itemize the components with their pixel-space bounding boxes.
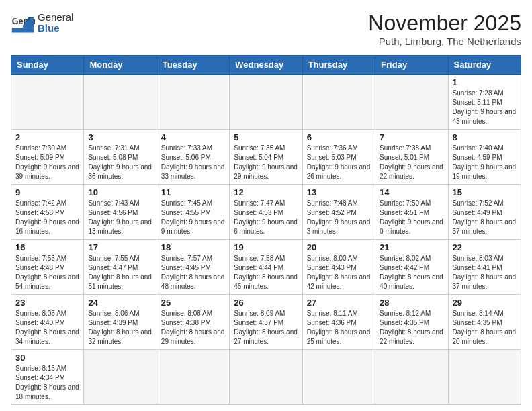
day-info: Sunrise: 8:12 AM Sunset: 4:35 PM Dayligh…: [380, 309, 443, 347]
day-number: 14: [380, 187, 443, 197]
week-row-5: 23Sunrise: 8:05 AM Sunset: 4:40 PM Dayli…: [11, 295, 521, 350]
day-info: Sunrise: 7:43 AM Sunset: 4:56 PM Dayligh…: [88, 199, 152, 236]
calendar-cell: 20Sunrise: 8:00 AM Sunset: 4:43 PM Dayli…: [302, 240, 375, 295]
day-info: Sunrise: 7:36 AM Sunset: 5:03 PM Dayligh…: [307, 144, 371, 181]
calendar-cell: 9Sunrise: 7:42 AM Sunset: 4:58 PM Daylig…: [11, 185, 84, 240]
title-block: November 2025 Puth, Limburg, The Netherl…: [368, 11, 521, 47]
day-number: 30: [15, 353, 79, 363]
week-row-1: 1Sunrise: 7:28 AM Sunset: 5:11 PM Daylig…: [11, 75, 521, 130]
calendar-cell: 2Sunrise: 7:30 AM Sunset: 5:09 PM Daylig…: [11, 130, 84, 185]
column-header-wednesday: Wednesday: [230, 56, 302, 75]
calendar-cell: [157, 350, 229, 405]
day-number: 19: [234, 242, 298, 253]
day-number: 3: [88, 132, 152, 142]
day-info: Sunrise: 7:45 AM Sunset: 4:55 PM Dayligh…: [161, 199, 225, 236]
day-number: 7: [380, 132, 443, 142]
day-number: 11: [161, 187, 225, 197]
day-number: 27: [307, 298, 371, 308]
calendar-cell: 7Sunrise: 7:38 AM Sunset: 5:01 PM Daylig…: [375, 130, 448, 185]
day-info: Sunrise: 7:40 AM Sunset: 4:59 PM Dayligh…: [453, 144, 517, 181]
calendar-cell: [84, 75, 157, 130]
day-number: 17: [88, 242, 152, 253]
column-header-friday: Friday: [375, 56, 448, 75]
day-number: 6: [307, 132, 371, 142]
calendar-cell: 16Sunrise: 7:53 AM Sunset: 4:48 PM Dayli…: [11, 240, 84, 295]
week-row-4: 16Sunrise: 7:53 AM Sunset: 4:48 PM Dayli…: [11, 240, 521, 295]
calendar-cell: 29Sunrise: 8:14 AM Sunset: 4:35 PM Dayli…: [448, 295, 521, 350]
calendar-cell: 11Sunrise: 7:45 AM Sunset: 4:55 PM Dayli…: [157, 185, 229, 240]
day-info: Sunrise: 8:03 AM Sunset: 4:41 PM Dayligh…: [453, 254, 517, 291]
calendar-cell: 5Sunrise: 7:35 AM Sunset: 5:04 PM Daylig…: [230, 130, 302, 185]
day-info: Sunrise: 7:52 AM Sunset: 4:49 PM Dayligh…: [453, 199, 517, 236]
day-info: Sunrise: 8:15 AM Sunset: 4:34 PM Dayligh…: [15, 364, 79, 402]
logo-blue-text: Blue: [38, 23, 73, 34]
calendar-cell: 24Sunrise: 8:06 AM Sunset: 4:39 PM Dayli…: [84, 295, 157, 350]
day-info: Sunrise: 7:33 AM Sunset: 5:06 PM Dayligh…: [161, 144, 225, 181]
calendar-cell: 21Sunrise: 8:02 AM Sunset: 4:42 PM Dayli…: [375, 240, 448, 295]
day-info: Sunrise: 7:31 AM Sunset: 5:08 PM Dayligh…: [88, 144, 152, 181]
svg-marker-1: [12, 28, 34, 32]
day-info: Sunrise: 7:48 AM Sunset: 4:52 PM Dayligh…: [307, 199, 371, 236]
week-row-3: 9Sunrise: 7:42 AM Sunset: 4:58 PM Daylig…: [11, 185, 521, 240]
day-info: Sunrise: 8:02 AM Sunset: 4:42 PM Dayligh…: [380, 254, 443, 291]
day-info: Sunrise: 7:57 AM Sunset: 4:45 PM Dayligh…: [161, 254, 225, 291]
day-info: Sunrise: 8:05 AM Sunset: 4:40 PM Dayligh…: [15, 309, 79, 347]
calendar-cell: 17Sunrise: 7:55 AM Sunset: 4:47 PM Dayli…: [84, 240, 157, 295]
column-header-sunday: Sunday: [11, 56, 84, 75]
day-info: Sunrise: 7:30 AM Sunset: 5:09 PM Dayligh…: [15, 144, 79, 181]
calendar-cell: 30Sunrise: 8:15 AM Sunset: 4:34 PM Dayli…: [11, 350, 84, 405]
day-info: Sunrise: 7:50 AM Sunset: 4:51 PM Dayligh…: [380, 199, 443, 236]
day-number: 22: [453, 242, 517, 253]
calendar-cell: [375, 350, 448, 405]
calendar-cell: 8Sunrise: 7:40 AM Sunset: 4:59 PM Daylig…: [448, 130, 521, 185]
calendar-table: SundayMondayTuesdayWednesdayThursdayFrid…: [11, 55, 521, 405]
day-info: Sunrise: 7:28 AM Sunset: 5:11 PM Dayligh…: [453, 89, 517, 126]
day-info: Sunrise: 8:00 AM Sunset: 4:43 PM Dayligh…: [307, 254, 371, 291]
day-number: 29: [453, 298, 517, 308]
logo: General General Blue: [11, 11, 73, 35]
day-number: 9: [15, 187, 79, 197]
calendar-cell: 18Sunrise: 7:57 AM Sunset: 4:45 PM Dayli…: [157, 240, 229, 295]
day-info: Sunrise: 7:53 AM Sunset: 4:48 PM Dayligh…: [15, 254, 79, 291]
day-number: 18: [161, 242, 225, 253]
calendar-cell: [84, 350, 157, 405]
calendar-cell: [230, 75, 302, 130]
column-header-tuesday: Tuesday: [157, 56, 229, 75]
day-info: Sunrise: 8:09 AM Sunset: 4:37 PM Dayligh…: [234, 309, 298, 347]
page-header: General General Blue November 2025 Puth,…: [11, 11, 521, 47]
day-number: 8: [453, 132, 517, 142]
day-info: Sunrise: 8:08 AM Sunset: 4:38 PM Dayligh…: [161, 309, 225, 347]
calendar-cell: 1Sunrise: 7:28 AM Sunset: 5:11 PM Daylig…: [448, 75, 521, 130]
day-number: 26: [234, 298, 298, 308]
day-number: 21: [380, 242, 443, 253]
calendar-cell: 19Sunrise: 7:58 AM Sunset: 4:44 PM Dayli…: [230, 240, 302, 295]
calendar-cell: 28Sunrise: 8:12 AM Sunset: 4:35 PM Dayli…: [375, 295, 448, 350]
day-number: 24: [88, 298, 152, 308]
week-row-2: 2Sunrise: 7:30 AM Sunset: 5:09 PM Daylig…: [11, 130, 521, 185]
calendar-cell: 3Sunrise: 7:31 AM Sunset: 5:08 PM Daylig…: [84, 130, 157, 185]
day-info: Sunrise: 8:06 AM Sunset: 4:39 PM Dayligh…: [88, 309, 152, 347]
calendar-header-row: SundayMondayTuesdayWednesdayThursdayFrid…: [11, 56, 521, 75]
day-info: Sunrise: 7:58 AM Sunset: 4:44 PM Dayligh…: [234, 254, 298, 291]
column-header-thursday: Thursday: [302, 56, 375, 75]
day-number: 20: [307, 242, 371, 253]
calendar-cell: 13Sunrise: 7:48 AM Sunset: 4:52 PM Dayli…: [302, 185, 375, 240]
day-info: Sunrise: 7:47 AM Sunset: 4:53 PM Dayligh…: [234, 199, 298, 236]
calendar-cell: 22Sunrise: 8:03 AM Sunset: 4:41 PM Dayli…: [448, 240, 521, 295]
calendar-cell: 26Sunrise: 8:09 AM Sunset: 4:37 PM Dayli…: [230, 295, 302, 350]
day-number: 12: [234, 187, 298, 197]
calendar-cell: 4Sunrise: 7:33 AM Sunset: 5:06 PM Daylig…: [157, 130, 229, 185]
day-number: 13: [307, 187, 371, 197]
calendar-cell: 10Sunrise: 7:43 AM Sunset: 4:56 PM Dayli…: [84, 185, 157, 240]
month-title: November 2025: [368, 11, 521, 36]
day-info: Sunrise: 8:11 AM Sunset: 4:36 PM Dayligh…: [307, 309, 371, 347]
calendar-cell: [448, 350, 521, 405]
day-info: Sunrise: 7:38 AM Sunset: 5:01 PM Dayligh…: [380, 144, 443, 181]
column-header-saturday: Saturday: [448, 56, 521, 75]
column-header-monday: Monday: [84, 56, 157, 75]
calendar-cell: 25Sunrise: 8:08 AM Sunset: 4:38 PM Dayli…: [157, 295, 229, 350]
calendar-cell: 27Sunrise: 8:11 AM Sunset: 4:36 PM Dayli…: [302, 295, 375, 350]
calendar-cell: [11, 75, 84, 130]
day-number: 10: [88, 187, 152, 197]
day-number: 2: [15, 132, 79, 142]
